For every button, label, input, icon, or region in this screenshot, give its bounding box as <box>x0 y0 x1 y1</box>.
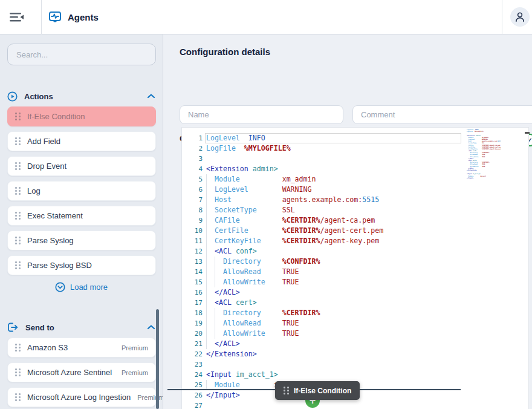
code-text: CAFile %CERTDIR%/agent-ca.pem <box>206 215 375 226</box>
agents-monitor-icon <box>48 10 62 24</box>
line-number[interactable]: 8 <box>182 205 203 215</box>
action-item[interactable]: Log <box>7 181 156 201</box>
actions-section-label: Actions <box>24 92 140 101</box>
code-line[interactable]: 14 AllowRead TRUE <box>182 267 528 277</box>
code-line[interactable]: 11 CertKeyFile %CERTDIR%/agent-key.pem <box>182 236 528 246</box>
line-number[interactable]: 18 <box>182 308 203 318</box>
code-line[interactable]: 6 LogLevel WARNING <box>182 185 528 195</box>
send-to-section-header[interactable]: Send to <box>7 321 155 334</box>
premium-badge: Premium <box>122 369 148 376</box>
code-line[interactable]: 10 CertFile %CERTDIR%/agent-cert.pem <box>182 226 528 236</box>
code-text: </Input> <box>206 390 240 401</box>
action-item[interactable]: Exec Statement <box>7 206 156 226</box>
line-number[interactable]: 12 <box>182 246 203 257</box>
line-number[interactable]: 27 <box>182 401 203 409</box>
sidebar: Actions If-Else ConditionAdd FieldDrop E… <box>0 34 163 409</box>
configuration-details-title: Configuration details <box>180 47 270 57</box>
sidebar-scrollbar[interactable] <box>156 309 159 409</box>
chevron-up-icon <box>147 93 155 99</box>
drag-handle-icon <box>15 162 21 170</box>
code-text: LogLevel WARNING <box>206 185 312 195</box>
line-number[interactable]: 15 <box>182 277 203 287</box>
code-text: <ACL conf> <box>206 246 257 257</box>
line-number[interactable]: 23 <box>182 359 203 370</box>
action-item[interactable]: Drop Event <box>7 156 156 176</box>
line-number[interactable]: 20 <box>182 329 203 339</box>
line-number[interactable]: 26 <box>182 390 203 401</box>
line-number[interactable]: 13 <box>182 257 203 267</box>
code-line[interactable]: 9 CAFile %CERTDIR%/agent-ca.pem <box>182 215 528 226</box>
top-bar: Agents <box>0 0 532 34</box>
line-number[interactable]: 11 <box>182 236 203 246</box>
item-label: Microsoft Azure Sentinel <box>27 368 115 377</box>
code-text: Directory %CERTDIR% <box>206 308 320 318</box>
line-number[interactable]: 16 <box>182 287 203 298</box>
user-avatar-button[interactable] <box>510 7 530 27</box>
line-number[interactable]: 24 <box>182 370 203 380</box>
code-line[interactable]: 16 </ACL> <box>182 287 528 298</box>
name-input[interactable] <box>180 105 343 124</box>
line-number[interactable]: 21 <box>182 339 203 349</box>
line-number[interactable]: 9 <box>182 215 203 226</box>
code-line[interactable]: 17 <ACL cert> <box>182 298 528 308</box>
code-text: </Extension> <box>467 169 477 171</box>
line-number[interactable]: 4 <box>182 164 203 174</box>
line-number[interactable]: 14 <box>182 267 203 277</box>
line-number[interactable]: 22 <box>182 349 203 359</box>
action-item[interactable]: Parse Syslog BSD <box>7 255 156 275</box>
drag-handle-icon <box>15 368 21 376</box>
code-editor[interactable]: 1LogLevel INFO2LogFile %MYLOGFILE%34<Ext… <box>181 127 529 409</box>
line-number[interactable]: 19 <box>182 318 203 329</box>
actions-section-header[interactable]: Actions <box>7 90 155 103</box>
code-line <box>463 179 501 181</box>
comment-input[interactable] <box>352 105 532 124</box>
code-line[interactable]: 8 SocketType SSL <box>182 205 528 215</box>
code-line[interactable]: 27 <box>182 401 528 409</box>
code-line[interactable]: 21 </ACL> <box>182 339 528 349</box>
action-item[interactable]: Parse Syslog <box>7 231 156 250</box>
code-line[interactable]: 18 Directory %CERTDIR% <box>182 308 528 318</box>
code-line[interactable]: 12 <ACL conf> <box>182 246 528 257</box>
code-text: </ACL> <box>206 287 240 298</box>
code-line[interactable]: 7 Host agents.example.com:5515 <box>182 195 528 205</box>
drag-handle-icon <box>284 387 289 394</box>
code-line[interactable]: 20 AllowWrite TRUE <box>182 329 528 339</box>
code-text: SocketType SSL <box>206 205 295 215</box>
line-number[interactable]: 10 <box>182 226 203 236</box>
line-number[interactable]: 3 <box>182 154 203 164</box>
code-text: <ACL cert> <box>206 298 257 308</box>
code-text: Host agents.example.com:5515 <box>206 195 379 205</box>
header-divider-right <box>502 0 502 34</box>
line-number[interactable]: 1 <box>182 133 203 143</box>
code-line[interactable]: 23 <box>182 359 528 370</box>
search-input[interactable] <box>7 44 156 65</box>
item-label: Parse Syslog BSD <box>27 261 148 270</box>
code-line[interactable]: 19 AllowRead TRUE <box>182 318 528 329</box>
line-number[interactable]: 7 <box>182 195 203 205</box>
minimap[interactable]: LogLevel INFOLogFile %MYLOGFILE%<Extensi… <box>463 129 501 181</box>
code-text: LogFile %MYLOGFILE% <box>467 131 484 133</box>
code-line[interactable]: 22</Extension> <box>182 349 528 359</box>
code-line[interactable]: 15 AllowWrite TRUE <box>182 277 528 287</box>
code-text: LogFile %MYLOGFILE% <box>206 143 291 154</box>
line-number[interactable]: 2 <box>182 143 203 154</box>
send-to-item[interactable]: Microsoft Azure SentinelPremium <box>7 362 156 382</box>
line-number[interactable]: 17 <box>182 298 203 308</box>
actions-list: If-Else ConditionAdd FieldDrop EventLogE… <box>7 106 155 275</box>
send-to-item[interactable]: Microsoft Azure Log IngestionPremium <box>7 387 156 407</box>
code-text: </ACL> <box>206 339 240 349</box>
line-number[interactable]: 5 <box>182 174 203 185</box>
action-item[interactable]: Add Field <box>7 131 156 151</box>
line-number[interactable]: 6 <box>182 185 203 195</box>
load-more-label: Load more <box>70 283 108 292</box>
collapse-sidebar-button[interactable] <box>9 8 30 25</box>
code-text: AllowRead TRUE <box>206 267 299 277</box>
code-line[interactable]: 13 Directory %CONFDIR% <box>182 257 528 267</box>
action-item[interactable]: If-Else Condition <box>7 106 156 126</box>
code-text: CertKeyFile %CERTDIR%/agent-key.pem <box>206 236 379 246</box>
code-text: AllowRead TRUE <box>206 318 299 329</box>
drag-ghost-tooltip: If-Else Condition <box>275 381 360 400</box>
code-line[interactable]: 24<Input im_acct_1> <box>182 370 528 380</box>
load-more-button[interactable]: Load more <box>7 280 155 293</box>
send-to-item[interactable]: Amazon S3Premium <box>7 338 156 358</box>
